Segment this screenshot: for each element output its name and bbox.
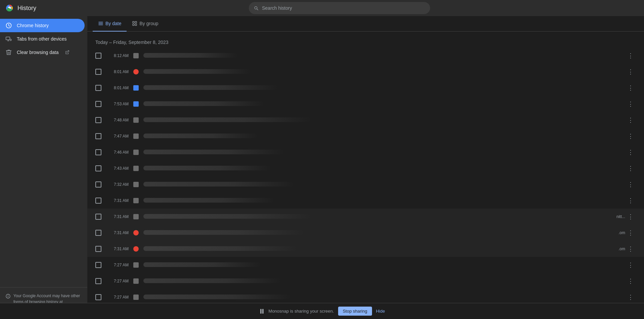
item-more-button[interactable]: ⋮ [625,131,636,142]
clock-icon [5,22,12,29]
table-row[interactable]: 8:12 AM ⋮ [87,48,644,64]
svg-rect-8 [133,21,134,23]
table-row[interactable]: 8:01 AM ⋮ [87,64,644,80]
item-time: 8:01 AM [107,69,129,74]
item-more-button[interactable]: ⋮ [625,244,636,254]
table-row[interactable]: 7:31 AM ⋮ [87,193,644,209]
table-row[interactable]: 7:27 AM ⋮ [87,273,644,289]
item-time: 7:27 AM [107,263,129,267]
item-title[interactable] [143,230,616,236]
sidebar-item-chrome-history[interactable]: Chrome history [0,19,85,32]
svg-rect-9 [135,21,137,23]
item-title[interactable] [143,214,614,220]
search-icon [254,5,259,11]
table-row[interactable]: 7:27 AM ⋮ [87,257,644,273]
item-more-button[interactable]: ⋮ [625,50,636,61]
item-time: 8:01 AM [107,86,129,90]
item-title[interactable] [143,278,625,284]
item-more-button[interactable]: ⋮ [625,211,636,222]
item-title[interactable] [143,101,625,107]
item-more-button[interactable]: ⋮ [625,276,636,286]
item-more-button[interactable]: ⋮ [625,260,636,270]
main-layout: Chrome history Tabs from other devices [0,16,644,319]
item-title[interactable] [143,166,625,171]
item-title[interactable] [143,85,625,91]
item-more-button[interactable]: ⋮ [625,115,636,125]
table-row[interactable]: 7:31 AM .om ⋮ [87,241,644,257]
item-title[interactable] [143,182,625,188]
table-row[interactable]: 7:48 AM ⋮ [87,112,644,128]
item-more-button[interactable]: ⋮ [625,99,636,109]
item-checkbox[interactable] [95,165,101,171]
table-row[interactable]: 7:46 AM ⋮ [87,144,644,160]
table-row[interactable]: 7:31 AM nitt... ⋮ [87,209,644,225]
item-time: 7:43 AM [107,166,129,171]
item-checkbox[interactable] [95,85,101,91]
item-more-button[interactable]: ⋮ [625,227,636,238]
table-row[interactable]: 7:32 AM ⋮ [87,176,644,193]
sidebar-item-clear-browsing-data[interactable]: Clear browsing data [0,46,85,59]
item-title[interactable] [143,134,625,139]
item-checkbox[interactable] [95,278,101,284]
item-time: 7:31 AM [107,198,129,203]
item-more-button[interactable]: ⋮ [625,195,636,206]
item-favicon [133,150,139,155]
item-more-button[interactable]: ⋮ [625,147,636,158]
sidebar-tabs-other-devices-label: Tabs from other devices [17,36,67,42]
item-favicon [133,278,139,284]
sidebar-chrome-history-label: Chrome history [17,23,49,28]
page-title: History [17,5,36,12]
hide-link[interactable]: Hide [376,309,385,314]
item-domain: .om [618,247,625,251]
table-row[interactable]: 7:53 AM ⋮ [87,96,644,112]
item-checkbox[interactable] [95,262,101,268]
item-favicon [133,166,139,171]
item-checkbox[interactable] [95,69,101,75]
item-domain: .om [618,230,625,235]
item-title[interactable] [143,198,625,204]
content-area: By date By group Today – Friday, Septemb… [87,16,644,319]
sidebar-item-tabs-other-devices[interactable]: Tabs from other devices [0,32,85,46]
item-checkbox[interactable] [95,101,101,107]
item-checkbox[interactable] [95,198,101,204]
item-checkbox[interactable] [95,117,101,123]
section-heading: Today – Friday, September 8, 2023 [87,32,644,48]
tab-by-group[interactable]: By group [127,16,164,32]
item-more-button[interactable]: ⋮ [625,66,636,77]
table-row[interactable]: 8:01 AM ⋮ [87,80,644,96]
item-title[interactable] [143,117,625,123]
delete-icon [5,49,12,56]
search-bar[interactable] [249,2,430,14]
item-title[interactable] [143,53,625,59]
item-title[interactable] [143,150,625,155]
item-title[interactable] [143,295,625,300]
item-checkbox[interactable] [95,230,101,236]
sidebar: Chrome history Tabs from other devices [0,16,87,319]
stop-sharing-button[interactable]: Stop sharing [338,307,372,316]
history-list: Today – Friday, September 8, 2023 8:12 A… [87,32,644,319]
item-checkbox[interactable] [95,53,101,59]
item-checkbox[interactable] [95,181,101,188]
table-row[interactable]: 7:31 AM .om ⋮ [87,225,644,241]
item-title[interactable] [143,246,616,252]
item-checkbox[interactable] [95,294,101,300]
item-favicon [133,295,139,300]
item-checkbox[interactable] [95,149,101,155]
search-input[interactable] [262,5,425,11]
item-more-button[interactable]: ⋮ [625,163,636,174]
item-checkbox[interactable] [95,133,101,139]
item-title[interactable] [143,69,625,75]
item-more-button[interactable]: ⋮ [625,179,636,190]
item-checkbox[interactable] [95,246,101,252]
external-link-icon [65,50,70,55]
item-more-button[interactable]: ⋮ [625,292,636,303]
item-favicon [133,134,139,139]
tab-by-date[interactable]: By date [93,16,127,32]
table-row[interactable]: 7:43 AM ⋮ [87,160,644,176]
item-more-button[interactable]: ⋮ [625,83,636,93]
table-row[interactable]: 7:47 AM ⋮ [87,128,644,144]
item-title[interactable] [143,262,625,268]
item-time: 7:31 AM [107,214,129,219]
item-checkbox[interactable] [95,214,101,220]
sharing-bar: Monosnap is sharing your screen. Stop sh… [0,303,644,319]
